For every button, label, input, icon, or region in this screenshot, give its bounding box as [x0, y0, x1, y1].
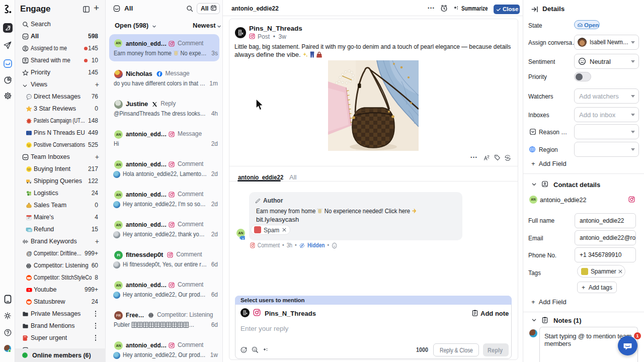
svg-text:17: 17 [28, 217, 31, 219]
svg-text:@: @ [26, 250, 32, 256]
